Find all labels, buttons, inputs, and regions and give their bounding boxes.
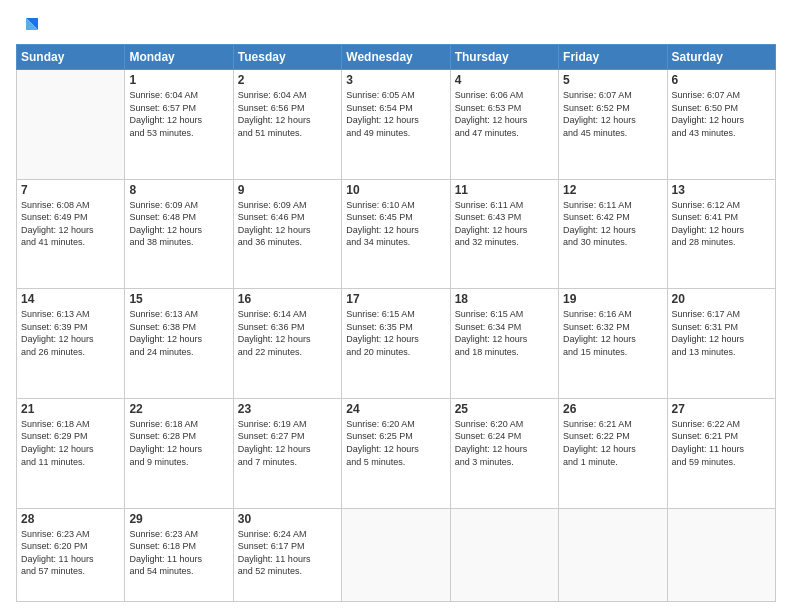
cell-info: Sunrise: 6:16 AM Sunset: 6:32 PM Dayligh… [563,308,662,358]
calendar-cell: 21Sunrise: 6:18 AM Sunset: 6:29 PM Dayli… [17,398,125,508]
cell-info: Sunrise: 6:18 AM Sunset: 6:29 PM Dayligh… [21,418,120,468]
calendar-cell: 30Sunrise: 6:24 AM Sunset: 6:17 PM Dayli… [233,508,341,602]
calendar-cell: 25Sunrise: 6:20 AM Sunset: 6:24 PM Dayli… [450,398,558,508]
day-number: 27 [672,402,771,416]
calendar-cell: 27Sunrise: 6:22 AM Sunset: 6:21 PM Dayli… [667,398,775,508]
day-number: 13 [672,183,771,197]
calendar-cell: 3Sunrise: 6:05 AM Sunset: 6:54 PM Daylig… [342,70,450,180]
day-number: 5 [563,73,662,87]
day-header-sunday: Sunday [17,45,125,70]
calendar-cell: 19Sunrise: 6:16 AM Sunset: 6:32 PM Dayli… [559,289,667,399]
calendar-cell: 29Sunrise: 6:23 AM Sunset: 6:18 PM Dayli… [125,508,233,602]
cell-info: Sunrise: 6:09 AM Sunset: 6:46 PM Dayligh… [238,199,337,249]
day-number: 24 [346,402,445,416]
calendar-cell: 26Sunrise: 6:21 AM Sunset: 6:22 PM Dayli… [559,398,667,508]
cell-info: Sunrise: 6:11 AM Sunset: 6:42 PM Dayligh… [563,199,662,249]
cell-info: Sunrise: 6:13 AM Sunset: 6:39 PM Dayligh… [21,308,120,358]
calendar-cell: 23Sunrise: 6:19 AM Sunset: 6:27 PM Dayli… [233,398,341,508]
cell-info: Sunrise: 6:22 AM Sunset: 6:21 PM Dayligh… [672,418,771,468]
day-number: 14 [21,292,120,306]
day-number: 7 [21,183,120,197]
cell-info: Sunrise: 6:21 AM Sunset: 6:22 PM Dayligh… [563,418,662,468]
calendar-cell: 2Sunrise: 6:04 AM Sunset: 6:56 PM Daylig… [233,70,341,180]
calendar-week-row: 7Sunrise: 6:08 AM Sunset: 6:49 PM Daylig… [17,179,776,289]
day-header-wednesday: Wednesday [342,45,450,70]
calendar-cell: 7Sunrise: 6:08 AM Sunset: 6:49 PM Daylig… [17,179,125,289]
calendar-cell: 17Sunrise: 6:15 AM Sunset: 6:35 PM Dayli… [342,289,450,399]
cell-info: Sunrise: 6:15 AM Sunset: 6:35 PM Dayligh… [346,308,445,358]
calendar-cell: 24Sunrise: 6:20 AM Sunset: 6:25 PM Dayli… [342,398,450,508]
cell-info: Sunrise: 6:11 AM Sunset: 6:43 PM Dayligh… [455,199,554,249]
day-number: 12 [563,183,662,197]
calendar-cell: 22Sunrise: 6:18 AM Sunset: 6:28 PM Dayli… [125,398,233,508]
day-number: 1 [129,73,228,87]
cell-info: Sunrise: 6:07 AM Sunset: 6:52 PM Dayligh… [563,89,662,139]
day-number: 8 [129,183,228,197]
calendar-week-row: 14Sunrise: 6:13 AM Sunset: 6:39 PM Dayli… [17,289,776,399]
day-number: 19 [563,292,662,306]
day-number: 23 [238,402,337,416]
cell-info: Sunrise: 6:23 AM Sunset: 6:20 PM Dayligh… [21,528,120,578]
day-number: 9 [238,183,337,197]
calendar-cell [17,70,125,180]
day-number: 4 [455,73,554,87]
day-number: 22 [129,402,228,416]
day-header-tuesday: Tuesday [233,45,341,70]
day-number: 3 [346,73,445,87]
day-number: 10 [346,183,445,197]
header [16,12,776,38]
day-number: 26 [563,402,662,416]
day-number: 17 [346,292,445,306]
cell-info: Sunrise: 6:09 AM Sunset: 6:48 PM Dayligh… [129,199,228,249]
calendar-week-row: 28Sunrise: 6:23 AM Sunset: 6:20 PM Dayli… [17,508,776,602]
calendar-cell: 11Sunrise: 6:11 AM Sunset: 6:43 PM Dayli… [450,179,558,289]
day-number: 29 [129,512,228,526]
day-number: 11 [455,183,554,197]
calendar-cell: 10Sunrise: 6:10 AM Sunset: 6:45 PM Dayli… [342,179,450,289]
calendar-cell: 28Sunrise: 6:23 AM Sunset: 6:20 PM Dayli… [17,508,125,602]
day-number: 25 [455,402,554,416]
calendar-header-row: SundayMondayTuesdayWednesdayThursdayFrid… [17,45,776,70]
cell-info: Sunrise: 6:10 AM Sunset: 6:45 PM Dayligh… [346,199,445,249]
day-number: 30 [238,512,337,526]
cell-info: Sunrise: 6:13 AM Sunset: 6:38 PM Dayligh… [129,308,228,358]
cell-info: Sunrise: 6:24 AM Sunset: 6:17 PM Dayligh… [238,528,337,578]
cell-info: Sunrise: 6:14 AM Sunset: 6:36 PM Dayligh… [238,308,337,358]
day-header-monday: Monday [125,45,233,70]
cell-info: Sunrise: 6:23 AM Sunset: 6:18 PM Dayligh… [129,528,228,578]
cell-info: Sunrise: 6:04 AM Sunset: 6:56 PM Dayligh… [238,89,337,139]
cell-info: Sunrise: 6:04 AM Sunset: 6:57 PM Dayligh… [129,89,228,139]
day-number: 2 [238,73,337,87]
calendar-cell [667,508,775,602]
logo-icon [18,16,40,38]
calendar-cell [559,508,667,602]
cell-info: Sunrise: 6:17 AM Sunset: 6:31 PM Dayligh… [672,308,771,358]
cell-info: Sunrise: 6:15 AM Sunset: 6:34 PM Dayligh… [455,308,554,358]
day-number: 21 [21,402,120,416]
page: SundayMondayTuesdayWednesdayThursdayFrid… [0,0,792,612]
cell-info: Sunrise: 6:05 AM Sunset: 6:54 PM Dayligh… [346,89,445,139]
cell-info: Sunrise: 6:08 AM Sunset: 6:49 PM Dayligh… [21,199,120,249]
cell-info: Sunrise: 6:06 AM Sunset: 6:53 PM Dayligh… [455,89,554,139]
day-number: 18 [455,292,554,306]
calendar-cell: 4Sunrise: 6:06 AM Sunset: 6:53 PM Daylig… [450,70,558,180]
calendar-table: SundayMondayTuesdayWednesdayThursdayFrid… [16,44,776,602]
day-header-thursday: Thursday [450,45,558,70]
calendar-cell [342,508,450,602]
calendar-cell [450,508,558,602]
cell-info: Sunrise: 6:18 AM Sunset: 6:28 PM Dayligh… [129,418,228,468]
day-number: 6 [672,73,771,87]
calendar-cell: 20Sunrise: 6:17 AM Sunset: 6:31 PM Dayli… [667,289,775,399]
calendar-cell: 13Sunrise: 6:12 AM Sunset: 6:41 PM Dayli… [667,179,775,289]
day-number: 16 [238,292,337,306]
calendar-cell: 12Sunrise: 6:11 AM Sunset: 6:42 PM Dayli… [559,179,667,289]
calendar-cell: 9Sunrise: 6:09 AM Sunset: 6:46 PM Daylig… [233,179,341,289]
day-number: 20 [672,292,771,306]
day-header-saturday: Saturday [667,45,775,70]
calendar-cell: 16Sunrise: 6:14 AM Sunset: 6:36 PM Dayli… [233,289,341,399]
cell-info: Sunrise: 6:07 AM Sunset: 6:50 PM Dayligh… [672,89,771,139]
day-number: 28 [21,512,120,526]
calendar-cell: 18Sunrise: 6:15 AM Sunset: 6:34 PM Dayli… [450,289,558,399]
day-header-friday: Friday [559,45,667,70]
cell-info: Sunrise: 6:20 AM Sunset: 6:25 PM Dayligh… [346,418,445,468]
